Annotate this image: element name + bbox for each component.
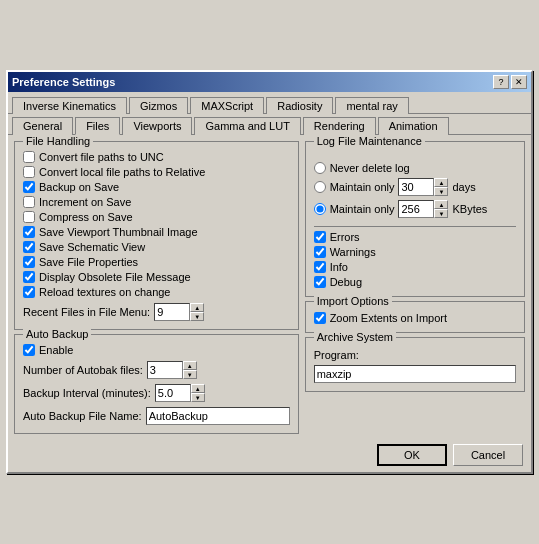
maintain-kb-label: Maintain only — [330, 203, 395, 215]
ok-button[interactable]: OK — [377, 444, 447, 466]
checkbox-convert-relative: Convert local file paths to Relative — [23, 166, 290, 178]
log-errors-row: Errors — [314, 231, 516, 243]
num-files-up[interactable]: ▲ — [183, 361, 197, 370]
maintain-kb-down[interactable]: ▼ — [434, 209, 448, 218]
never-delete-label: Never delete log — [330, 162, 410, 174]
maintain-days-down[interactable]: ▼ — [434, 187, 448, 196]
program-label: Program: — [314, 349, 359, 361]
log-file-title: Log File Maintenance — [314, 135, 425, 147]
schematic-view-checkbox[interactable] — [23, 241, 35, 253]
zoom-extents-row: Zoom Extents on Import — [314, 312, 516, 324]
interval-label: Backup Interval (minutes): — [23, 387, 151, 399]
maintain-kb-spinner: ▲ ▼ — [434, 200, 448, 218]
backup-name-input[interactable] — [146, 407, 290, 425]
maintain-kb-up[interactable]: ▲ — [434, 200, 448, 209]
log-errors-checkbox[interactable] — [314, 231, 326, 243]
tab-mental-ray[interactable]: mental ray — [335, 97, 408, 114]
recent-files-input[interactable] — [154, 303, 190, 321]
num-files-row: Number of Autobak files: ▲ ▼ — [23, 361, 290, 379]
radio-maintain-kb: Maintain only ▲ ▼ KBytes — [314, 200, 516, 218]
increment-save-checkbox[interactable] — [23, 196, 35, 208]
recent-files-row: Recent Files in File Menu: ▲ ▼ — [23, 303, 290, 321]
num-files-input[interactable] — [147, 361, 183, 379]
never-delete-radio[interactable] — [314, 162, 326, 174]
tab-general[interactable]: General — [12, 117, 73, 135]
backup-save-label: Backup on Save — [39, 181, 119, 193]
maintain-days-input[interactable] — [398, 178, 434, 196]
import-options-group: Import Options Zoom Extents on Import — [305, 301, 525, 333]
tab-radiosity[interactable]: Radiosity — [266, 97, 333, 114]
tab-viewports[interactable]: Viewports — [122, 117, 192, 135]
recent-files-down[interactable]: ▼ — [190, 312, 204, 321]
log-debug-label: Debug — [330, 276, 362, 288]
kb-unit-label: KBytes — [452, 203, 487, 215]
viewport-thumbnail-checkbox[interactable] — [23, 226, 35, 238]
convert-unc-checkbox[interactable] — [23, 151, 35, 163]
title-bar-buttons: ? ✕ — [493, 75, 527, 89]
radio-maintain-days: Maintain only ▲ ▼ days — [314, 178, 516, 196]
tab-files[interactable]: Files — [75, 117, 120, 135]
maintain-kb-radio[interactable] — [314, 203, 326, 215]
auto-backup-group: Auto Backup Enable Number of Autobak fil… — [14, 334, 299, 434]
recent-files-up[interactable]: ▲ — [190, 303, 204, 312]
increment-save-label: Increment on Save — [39, 196, 131, 208]
num-files-spinner: ▲ ▼ — [183, 361, 197, 379]
tab-rendering[interactable]: Rendering — [303, 117, 376, 135]
file-handling-group: File Handling Convert file paths to UNC … — [14, 141, 299, 330]
backup-name-label: Auto Backup File Name: — [23, 410, 142, 422]
tab-inverse-kinematics[interactable]: Inverse Kinematics — [12, 97, 127, 114]
obsolete-message-checkbox[interactable] — [23, 271, 35, 283]
convert-unc-label: Convert file paths to UNC — [39, 151, 164, 163]
checkbox-backup-save: Backup on Save — [23, 181, 290, 193]
zoom-extents-checkbox[interactable] — [314, 312, 326, 324]
num-files-down[interactable]: ▼ — [183, 370, 197, 379]
schematic-view-label: Save Schematic View — [39, 241, 145, 253]
compress-save-label: Compress on Save — [39, 211, 133, 223]
main-window: Preference Settings ? ✕ Inverse Kinemati… — [6, 70, 533, 474]
reload-textures-checkbox[interactable] — [23, 286, 35, 298]
log-debug-checkbox[interactable] — [314, 276, 326, 288]
zoom-extents-label: Zoom Extents on Import — [330, 312, 447, 324]
archive-system-title: Archive System — [314, 331, 396, 343]
program-input[interactable] — [314, 365, 516, 383]
maintain-kb-input[interactable] — [398, 200, 434, 218]
window-title: Preference Settings — [12, 76, 115, 88]
convert-relative-checkbox[interactable] — [23, 166, 35, 178]
close-button[interactable]: ✕ — [511, 75, 527, 89]
tab-gizmos[interactable]: Gizmos — [129, 97, 188, 114]
maintain-days-radio[interactable] — [314, 181, 326, 193]
auto-backup-title: Auto Backup — [23, 328, 91, 340]
archive-system-group: Archive System Program: — [305, 337, 525, 392]
interval-input[interactable] — [155, 384, 191, 402]
compress-save-checkbox[interactable] — [23, 211, 35, 223]
log-warnings-checkbox[interactable] — [314, 246, 326, 258]
obsolete-message-label: Display Obsolete File Message — [39, 271, 191, 283]
interval-down[interactable]: ▼ — [191, 393, 205, 402]
backup-name-row: Auto Backup File Name: — [23, 407, 290, 425]
maintain-kb-spinner-group: ▲ ▼ — [398, 200, 448, 218]
tab-animation[interactable]: Animation — [378, 117, 449, 135]
checkbox-schematic-view: Save Schematic View — [23, 241, 290, 253]
interval-row: Backup Interval (minutes): ▲ ▼ — [23, 384, 290, 402]
backup-save-checkbox[interactable] — [23, 181, 35, 193]
log-warnings-row: Warnings — [314, 246, 516, 258]
file-properties-checkbox[interactable] — [23, 256, 35, 268]
log-info-checkbox[interactable] — [314, 261, 326, 273]
auto-backup-enable-label: Enable — [39, 344, 73, 356]
file-handling-title: File Handling — [23, 135, 93, 147]
log-errors-label: Errors — [330, 231, 360, 243]
interval-up[interactable]: ▲ — [191, 384, 205, 393]
interval-spinner: ▲ ▼ — [191, 384, 205, 402]
cancel-button[interactable]: Cancel — [453, 444, 523, 466]
reload-textures-label: Reload textures on change — [39, 286, 170, 298]
tab-gamma-lut[interactable]: Gamma and LUT — [194, 117, 300, 135]
log-info-row: Info — [314, 261, 516, 273]
recent-files-label: Recent Files in File Menu: — [23, 306, 150, 318]
top-tab-bar: Inverse Kinematics Gizmos MAXScript Radi… — [8, 92, 531, 114]
tab-maxscript[interactable]: MAXScript — [190, 97, 264, 114]
help-button[interactable]: ? — [493, 75, 509, 89]
maintain-days-up[interactable]: ▲ — [434, 178, 448, 187]
maintain-days-label: Maintain only — [330, 181, 395, 193]
auto-backup-enable-row: Enable — [23, 344, 290, 356]
auto-backup-enable-checkbox[interactable] — [23, 344, 35, 356]
